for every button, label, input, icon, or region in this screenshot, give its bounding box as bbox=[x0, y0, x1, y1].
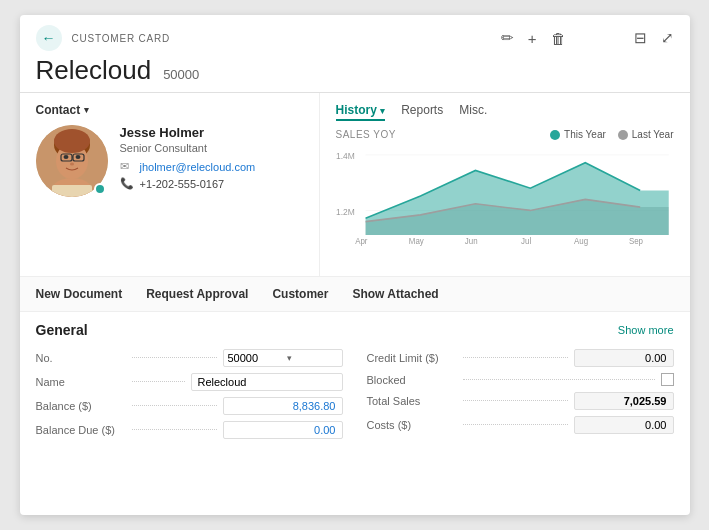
chart-area: SALES YOY This Year Last Year bbox=[336, 129, 674, 246]
right-panel: History ▾ Reports Misc. SALES YOY This Y… bbox=[320, 93, 690, 276]
field-dots bbox=[132, 405, 217, 406]
fields-grid: No. 50000 ▾ Name Balance ($) 8,836.80 bbox=[36, 346, 674, 442]
field-input-credit-limit[interactable]: 0.00 bbox=[574, 349, 674, 367]
field-input-no[interactable]: 50000 ▾ bbox=[223, 349, 343, 367]
legend-dot-last-year bbox=[618, 130, 628, 140]
legend-label-last-year: Last Year bbox=[632, 129, 674, 140]
svg-text:May: May bbox=[408, 237, 424, 246]
contact-name: Jesse Holmer bbox=[120, 125, 303, 140]
add-icon[interactable]: + bbox=[528, 30, 537, 47]
customer-card: ← CUSTOMER CARD ✏ + 🗑 ⊟ ⤢ Relecloud 5000… bbox=[20, 15, 690, 515]
svg-text:Aug: Aug bbox=[574, 237, 588, 246]
field-input-balance-due[interactable]: 0.00 bbox=[223, 421, 343, 439]
field-row-credit-limit: Credit Limit ($) 0.00 bbox=[367, 346, 674, 370]
field-value-no: 50000 bbox=[224, 350, 283, 366]
contact-info: Jesse Holmer Senior Consultant ✉ jholmer… bbox=[120, 125, 303, 197]
chevron-down-icon-tab: ▾ bbox=[380, 106, 385, 116]
action-bar: New Document Request Approval Customer S… bbox=[20, 276, 690, 312]
contact-area: Jesse Holmer Senior Consultant ✉ jholmer… bbox=[36, 125, 303, 197]
avatar-container bbox=[36, 125, 108, 197]
chart-header: SALES YOY This Year Last Year bbox=[336, 129, 674, 140]
field-row-costs: Costs ($) 0.00 bbox=[367, 413, 674, 437]
legend-dot-this-year bbox=[550, 130, 560, 140]
customer-button[interactable]: Customer bbox=[272, 285, 328, 303]
email-icon: ✉ bbox=[120, 160, 134, 173]
back-button[interactable]: ← bbox=[36, 25, 62, 51]
field-input-balance[interactable]: 8,836.80 bbox=[223, 397, 343, 415]
legend-label-this-year: This Year bbox=[564, 129, 606, 140]
legend-last-year: Last Year bbox=[618, 129, 674, 140]
request-approval-button[interactable]: Request Approval bbox=[146, 285, 248, 303]
svg-rect-11 bbox=[52, 185, 92, 197]
svg-text:Apr: Apr bbox=[355, 237, 368, 246]
general-title: General bbox=[36, 322, 88, 338]
delete-icon[interactable]: 🗑 bbox=[551, 30, 566, 47]
contact-job-title: Senior Consultant bbox=[120, 142, 303, 154]
phone-icon: 📞 bbox=[120, 177, 134, 190]
field-row-name: Name bbox=[36, 370, 343, 394]
field-row-no: No. 50000 ▾ bbox=[36, 346, 343, 370]
svg-point-3 bbox=[54, 129, 90, 153]
svg-text:1.2M: 1.2M bbox=[336, 207, 355, 217]
tab-misc[interactable]: Misc. bbox=[459, 103, 487, 121]
field-label-balance: Balance ($) bbox=[36, 400, 126, 412]
svg-text:1.4M: 1.4M bbox=[336, 151, 355, 161]
resize-icon[interactable]: ⤢ bbox=[661, 29, 674, 47]
avatar-status-dot bbox=[94, 183, 106, 195]
field-label-balance-due: Balance Due ($) bbox=[36, 424, 126, 436]
svg-text:Jun: Jun bbox=[464, 237, 477, 246]
sales-chart: 1.4M 1.2M Apr bbox=[336, 146, 674, 246]
general-section: General Show more No. 50000 ▾ Name bbox=[20, 312, 690, 515]
this-year-area bbox=[365, 163, 668, 235]
contact-email-row: ✉ jholmer@relecloud.com bbox=[120, 160, 303, 173]
contact-email[interactable]: jholmer@relecloud.com bbox=[140, 161, 256, 173]
show-attached-button[interactable]: Show Attached bbox=[352, 285, 438, 303]
left-panel: Contact ▾ bbox=[20, 93, 320, 276]
field-row-balance-due: Balance Due ($) 0.00 bbox=[36, 418, 343, 442]
field-dots bbox=[463, 357, 568, 358]
svg-point-9 bbox=[70, 163, 74, 166]
monitor-icon[interactable]: ⊟ bbox=[634, 29, 647, 47]
tab-history[interactable]: History ▾ bbox=[336, 103, 386, 121]
chart-title: SALES YOY bbox=[336, 129, 396, 140]
edit-icon[interactable]: ✏ bbox=[501, 29, 514, 47]
company-name: Relecloud bbox=[36, 55, 152, 86]
svg-text:Jul: Jul bbox=[521, 237, 531, 246]
field-row-total-sales: Total Sales 7,025.59 bbox=[367, 389, 674, 413]
field-label-credit-limit: Credit Limit ($) bbox=[367, 352, 457, 364]
field-label-no: No. bbox=[36, 352, 126, 364]
field-label-blocked: Blocked bbox=[367, 374, 457, 386]
chevron-down-icon: ▾ bbox=[84, 105, 89, 115]
header-actions: ✏ + 🗑 ⊟ ⤢ bbox=[501, 29, 674, 47]
field-dots bbox=[463, 400, 568, 401]
card-body: Contact ▾ bbox=[20, 93, 690, 276]
show-more-button[interactable]: Show more bbox=[618, 324, 674, 336]
legend-this-year: This Year bbox=[550, 129, 606, 140]
tabs-row: History ▾ Reports Misc. bbox=[336, 103, 674, 121]
new-document-button[interactable]: New Document bbox=[36, 285, 123, 303]
field-row-blocked: Blocked bbox=[367, 370, 674, 389]
card-type-label: CUSTOMER CARD bbox=[72, 33, 501, 44]
svg-point-4 bbox=[63, 155, 68, 159]
field-input-costs[interactable]: 0.00 bbox=[574, 416, 674, 434]
field-input-name[interactable] bbox=[191, 373, 343, 391]
company-id: 50000 bbox=[163, 67, 199, 82]
field-dots bbox=[463, 379, 655, 380]
general-header: General Show more bbox=[36, 322, 674, 338]
field-label-total-sales: Total Sales bbox=[367, 395, 457, 407]
tab-reports[interactable]: Reports bbox=[401, 103, 443, 121]
svg-text:Sep: Sep bbox=[628, 237, 643, 246]
field-input-total-sales[interactable]: 7,025.59 bbox=[574, 392, 674, 410]
field-dots bbox=[463, 424, 568, 425]
contact-section-title[interactable]: Contact ▾ bbox=[36, 103, 303, 117]
chart-legend: This Year Last Year bbox=[550, 129, 673, 140]
contact-phone[interactable]: +1-202-555-0167 bbox=[140, 178, 225, 190]
field-dots bbox=[132, 357, 217, 358]
back-icon: ← bbox=[42, 30, 56, 46]
field-checkbox-blocked[interactable] bbox=[661, 373, 674, 386]
field-dots bbox=[132, 381, 185, 382]
svg-point-5 bbox=[75, 155, 80, 159]
contact-phone-row: 📞 +1-202-555-0167 bbox=[120, 177, 303, 190]
chart-svg: 1.4M 1.2M Apr bbox=[336, 146, 674, 246]
field-label-costs: Costs ($) bbox=[367, 419, 457, 431]
